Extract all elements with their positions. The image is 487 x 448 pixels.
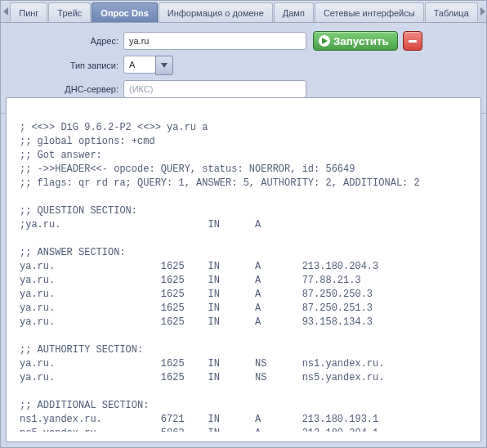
tab-трейс[interactable]: Трейс xyxy=(48,2,91,22)
tab-опрос-dns[interactable]: Опрос Dns xyxy=(92,2,157,22)
address-label: Адрес: xyxy=(11,36,123,46)
tab-таблица[interactable]: Таблица xyxy=(425,2,478,22)
tabs-scroll-left[interactable] xyxy=(2,1,10,22)
chevron-down-icon[interactable] xyxy=(155,56,173,75)
address-input[interactable] xyxy=(123,32,306,50)
tab-пинг[interactable]: Пинг xyxy=(10,2,47,22)
dig-output[interactable]: ; <<>> DiG 9.6.2-P2 <<>> ya.ru a ;; glob… xyxy=(7,108,480,432)
output-panel: ; <<>> DiG 9.6.2-P2 <<>> ya.ru a ;; glob… xyxy=(6,97,481,442)
run-button-label: Запустить xyxy=(333,35,389,47)
tab-сетевые-интерфейсы[interactable]: Сетевые интерфейсы xyxy=(315,2,424,22)
record-type-value[interactable] xyxy=(123,56,156,74)
record-type-label: Тип записи: xyxy=(11,60,123,70)
record-type-select[interactable] xyxy=(123,56,173,75)
stop-button[interactable] xyxy=(403,31,422,51)
dns-server-label: ДНС-сервер: xyxy=(11,84,123,94)
dns-server-input[interactable] xyxy=(123,80,306,98)
minus-icon xyxy=(409,40,417,43)
tab-дамп[interactable]: Дамп xyxy=(274,2,314,22)
tab-strip: ПингТрейсОпрос DnsИнформация о доменеДам… xyxy=(1,1,486,23)
run-button[interactable]: Запустить xyxy=(313,31,398,51)
tab-информация-о-домене[interactable]: Информация о домене xyxy=(159,2,273,22)
app-window: ПингТрейсОпрос DnsИнформация о доменеДам… xyxy=(0,0,487,448)
play-icon xyxy=(319,35,330,47)
tabs-scroll-right[interactable] xyxy=(479,1,486,22)
